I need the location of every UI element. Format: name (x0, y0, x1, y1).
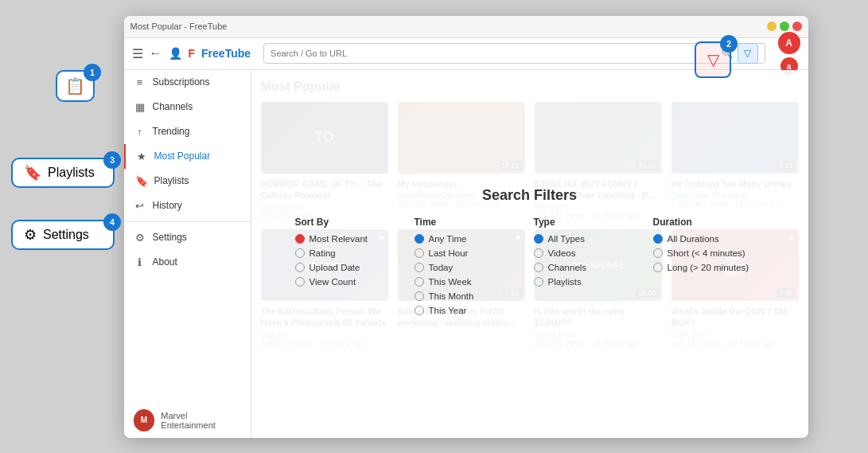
back-icon[interactable]: ← (150, 46, 162, 61)
sidebar-item-channels[interactable]: ▦ Channels (124, 95, 251, 119)
hamburger-icon[interactable]: ☰ (132, 46, 143, 61)
filter-option[interactable]: This Year (415, 306, 526, 315)
radio-most-relevant[interactable] (295, 234, 305, 244)
filter-col-sort-by: Sort By Most Relevant Rating (295, 217, 407, 320)
playlists-icon: 🔖 (135, 175, 148, 187)
search-filters-overlay: Search Filters Sort By Most Relevant R (251, 70, 808, 438)
sidebar-item-label: About (153, 256, 177, 268)
sidebar-item-label: Playlists (154, 175, 189, 186)
radio-all-durations[interactable] (653, 234, 663, 244)
callout-4: ⚙ Settings 4 (11, 220, 115, 250)
filter-option[interactable]: Short (< 4 minutes) (653, 248, 765, 258)
filter-col-time: Time Any Time Last Hour To (415, 217, 526, 320)
search-input[interactable] (271, 49, 715, 58)
sidebar-item-label: Channels (153, 101, 193, 112)
profile-icon[interactable]: 👤 (169, 47, 182, 60)
filter-option[interactable]: This Week (415, 277, 526, 287)
filter-col-title: Type (534, 217, 645, 228)
filter-option[interactable]: Long (> 20 minutes) (653, 263, 765, 272)
filter-option[interactable]: Most Relevant (295, 234, 407, 244)
content-area: Most Popular TO HORROR GAME OF TH... The… (251, 70, 808, 438)
radio-any-time[interactable] (415, 234, 424, 244)
filter-option[interactable]: Any Time (415, 234, 526, 244)
radio-this-year[interactable] (415, 306, 424, 315)
subscriptions-icon: ≡ (134, 76, 146, 88)
titlebar: Most Popular - FreeTube (124, 16, 808, 38)
window-title: Most Popular - FreeTube (130, 21, 228, 31)
filter-col-title: Duration (653, 217, 765, 228)
close-button[interactable] (792, 21, 802, 31)
sidebar-item-label: History (153, 200, 182, 211)
filter-option[interactable]: View Count (295, 277, 407, 287)
radio-long[interactable] (653, 263, 663, 272)
channels-icon: ▦ (134, 101, 146, 113)
radio-videos[interactable] (534, 248, 543, 258)
filter-option[interactable]: Rating (295, 248, 407, 258)
filter-col-title: Time (415, 217, 526, 228)
radio-channels[interactable] (534, 263, 543, 272)
sidebar-account[interactable]: M Marvel Entertainment (124, 403, 251, 438)
sidebar-divider (124, 221, 251, 222)
sidebar-item-subscriptions[interactable]: ≡ Subscriptions (124, 70, 251, 95)
sidebar-item-most-popular[interactable]: ★ Most Popular (124, 144, 251, 169)
callout-3: 🔖 Playlists 3 (11, 158, 115, 188)
about-icon: ℹ (134, 256, 146, 268)
radio-playlists[interactable] (534, 277, 543, 287)
minimize-button[interactable] (767, 21, 777, 31)
sidebar-item-history[interactable]: ↩ History (124, 193, 251, 218)
radio-upload-date[interactable] (295, 263, 305, 272)
history-icon: ↩ (134, 200, 146, 212)
filter-option[interactable]: All Types (534, 234, 645, 244)
sidebar-item-label: Settings (153, 232, 187, 243)
sidebar: ≡ Subscriptions ▦ Channels ↑ Trending ★ … (124, 70, 251, 438)
filter-option[interactable]: Playlists (534, 277, 645, 287)
account-avatar: M (134, 409, 155, 432)
maximize-button[interactable] (780, 21, 789, 31)
filter-button[interactable]: ▽ (738, 43, 758, 64)
filter-option[interactable]: Videos (534, 248, 645, 258)
radio-rating[interactable] (295, 248, 305, 258)
radio-today[interactable] (415, 263, 424, 272)
radio-short[interactable] (653, 248, 663, 258)
filter-option[interactable]: This Month (415, 291, 526, 301)
radio-this-week[interactable] (415, 277, 424, 287)
trending-icon: ↑ (134, 126, 146, 138)
sidebar-item-playlists[interactable]: 🔖 Playlists (124, 169, 251, 193)
settings-icon: ⚙ (134, 232, 146, 244)
sidebar-item-settings[interactable]: ⚙ Settings (124, 225, 251, 250)
sidebar-item-label: Most Popular (154, 150, 211, 162)
sidebar-item-trending[interactable]: ↑ Trending (124, 119, 251, 144)
radio-last-hour[interactable] (415, 248, 424, 258)
filter-col-type: Type All Types Videos Chan (534, 217, 645, 320)
sidebar-item-about[interactable]: ℹ About (124, 250, 251, 275)
filter-option[interactable]: All Durations (653, 234, 765, 244)
account-name: Marvel Entertainment (161, 411, 240, 430)
filters-grid: Sort By Most Relevant Rating (295, 217, 765, 320)
filter-highlight-callout: ▽ 2 (695, 41, 731, 78)
filter-option[interactable]: Today (415, 263, 526, 272)
sidebar-item-label: Trending (153, 126, 190, 137)
filter-option[interactable]: Last Hour (415, 248, 526, 258)
search-filters-title: Search Filters (482, 187, 577, 204)
filter-icon: ▽ (744, 48, 751, 59)
filter-funnel-icon: ▽ (707, 50, 719, 69)
freetube-logo-icon: F (189, 47, 196, 60)
sidebar-item-label: Subscriptions (153, 76, 210, 88)
avatar-button-1[interactable]: A (778, 32, 800, 54)
radio-all-types[interactable] (534, 234, 543, 244)
filter-col-duration: Duration All Durations Short (< 4 minute… (653, 217, 765, 320)
callout-1: 📋 1 (56, 70, 95, 102)
radio-this-month[interactable] (415, 291, 424, 301)
filter-option[interactable]: Upload Date (295, 263, 407, 272)
popular-icon: ★ (135, 150, 148, 162)
logo-text: FreeTube (201, 47, 251, 60)
filter-col-title: Sort By (295, 217, 407, 228)
radio-view-count[interactable] (295, 277, 305, 287)
filter-option[interactable]: Channels (534, 263, 645, 272)
